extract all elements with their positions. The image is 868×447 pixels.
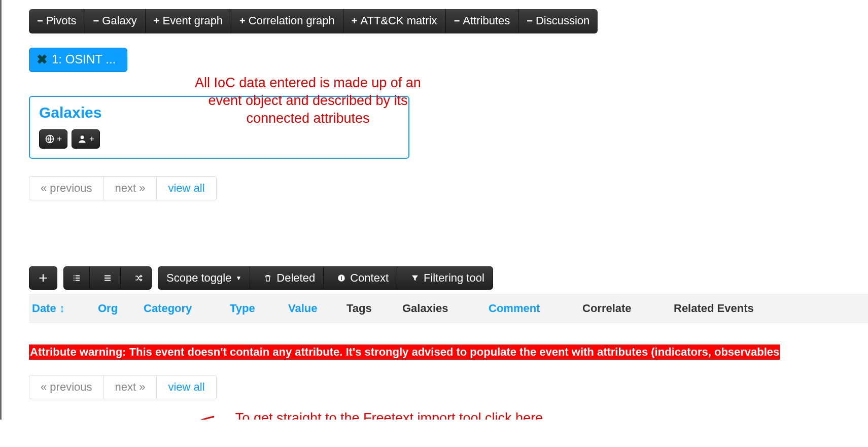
scope-toggle-label: Scope toggle <box>166 271 231 285</box>
annotation-freetext: To get straight to the Freetext import t… <box>217 408 562 420</box>
add-local-galaxy-button[interactable]: + <box>72 129 100 149</box>
nav-tab-att-ck-matrix[interactable]: +ATT&CK matrix <box>343 9 446 33</box>
nav-tab-label: Pivots <box>46 14 77 27</box>
col-comment[interactable]: Comment <box>489 302 582 315</box>
col-value[interactable]: Value <box>288 302 346 315</box>
col-type[interactable]: Type <box>230 302 288 315</box>
nav-tab-correlation-graph[interactable]: +Correlation graph <box>231 9 343 33</box>
trash-icon <box>263 273 272 283</box>
pager-prev: « previous <box>29 177 104 200</box>
minus-icon: − <box>93 16 99 26</box>
nav-tab-event-graph[interactable]: +Event graph <box>146 9 231 33</box>
attribute-warning-banner: Attribute warning: This event doesn't co… <box>29 345 780 360</box>
add-attribute-button[interactable]: + <box>29 266 57 290</box>
annotation-event-object: All IoC data entered is made up of an ev… <box>186 74 430 127</box>
funnel-icon <box>410 273 420 283</box>
col-galaxies: Galaxies <box>402 302 489 315</box>
pager-top: « previous next » view all <box>29 176 217 200</box>
nav-tab-label: ATT&CK matrix <box>360 14 437 27</box>
pager-prev: « previous <box>29 375 104 399</box>
col-correlate: Correlate <box>582 302 674 315</box>
col-tags: Tags <box>346 302 402 315</box>
scope-toggle-button[interactable]: Scope toggle ▼ <box>158 267 250 289</box>
nav-tab-attributes[interactable]: −Attributes <box>446 9 519 33</box>
chip-label: 1: OSINT ... <box>52 52 116 66</box>
nav-tab-label: Attributes <box>463 14 510 27</box>
arrow-icon <box>148 413 217 420</box>
shuffle-icon <box>134 273 143 283</box>
freetext-import-button[interactable] <box>64 267 90 289</box>
list-lines-icon <box>103 273 112 283</box>
attribute-column-headers: Date ↕OrgCategoryTypeValueTagsGalaxiesCo… <box>29 294 868 323</box>
pager-view-all[interactable]: view all <box>157 375 216 399</box>
list-button[interactable] <box>95 267 121 289</box>
add-global-galaxy-button[interactable]: + <box>39 129 67 149</box>
list-bullets-icon <box>72 273 81 283</box>
minus-icon: − <box>37 16 43 26</box>
plus-icon: + <box>89 134 94 144</box>
filtering-tool-button[interactable]: Filtering tool <box>402 267 493 289</box>
deleted-label: Deleted <box>276 271 315 285</box>
col-related-events: Related Events <box>674 302 775 315</box>
shuffle-button[interactable] <box>126 267 151 289</box>
nav-tab-galaxy[interactable]: −Galaxy <box>85 9 146 33</box>
user-icon <box>77 134 87 144</box>
filtering-label: Filtering tool <box>424 271 484 285</box>
nav-tab-label: Correlation graph <box>249 14 335 27</box>
top-tab-bar: −Pivots−Galaxy+Event graph+Correlation g… <box>29 9 598 33</box>
attribute-action-bar: + Scope toggle ▼ Deleted i Context Filte… <box>29 266 868 290</box>
nav-tab-label: Discussion <box>536 14 589 27</box>
context-toggle[interactable]: i Context <box>329 267 397 289</box>
freetext-import-group <box>63 266 152 290</box>
svg-text:i: i <box>341 275 342 281</box>
col-org[interactable]: Org <box>98 302 144 315</box>
globe-icon <box>45 134 55 144</box>
col-category[interactable]: Category <box>144 302 230 315</box>
minus-icon: − <box>454 16 460 26</box>
caret-down-icon: ▼ <box>235 274 241 282</box>
deleted-toggle[interactable]: Deleted <box>255 267 324 289</box>
minus-icon: − <box>527 16 533 26</box>
nav-tab-discussion[interactable]: −Discussion <box>518 9 598 33</box>
plus-icon: + <box>352 16 358 26</box>
plus-icon: + <box>239 16 246 26</box>
info-icon: i <box>337 273 346 283</box>
event-tag-chip[interactable]: ✖ 1: OSINT ... <box>29 48 127 72</box>
nav-tab-label: Event graph <box>162 14 223 27</box>
pager-bottom: « previous next » view all <box>29 375 217 399</box>
pager-next: next » <box>104 375 157 399</box>
plus-icon: + <box>154 16 160 26</box>
plus-icon: + <box>57 134 62 144</box>
pager-next: next » <box>104 177 157 200</box>
pager-view-all[interactable]: view all <box>157 177 216 200</box>
col-date-[interactable]: Date ↕ <box>32 302 98 315</box>
nav-tab-pivots[interactable]: −Pivots <box>29 9 85 33</box>
svg-point-1 <box>81 135 84 139</box>
close-icon[interactable]: ✖ <box>37 54 48 65</box>
nav-tab-label: Galaxy <box>102 14 136 27</box>
context-label: Context <box>350 271 389 285</box>
scope-group: Scope toggle ▼ Deleted i Context Filteri… <box>158 266 493 290</box>
